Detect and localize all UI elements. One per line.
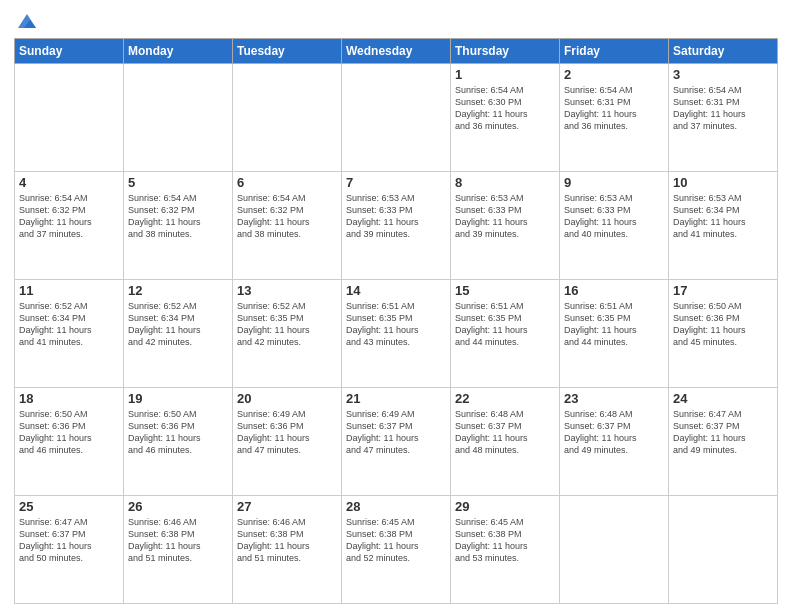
day-info: Sunrise: 6:49 AM Sunset: 6:36 PM Dayligh… — [237, 408, 337, 457]
day-number: 16 — [564, 283, 664, 298]
day-info: Sunrise: 6:51 AM Sunset: 6:35 PM Dayligh… — [346, 300, 446, 349]
calendar-cell: 12Sunrise: 6:52 AM Sunset: 6:34 PM Dayli… — [124, 280, 233, 388]
calendar-cell: 17Sunrise: 6:50 AM Sunset: 6:36 PM Dayli… — [669, 280, 778, 388]
day-header-saturday: Saturday — [669, 39, 778, 64]
day-info: Sunrise: 6:54 AM Sunset: 6:32 PM Dayligh… — [237, 192, 337, 241]
day-info: Sunrise: 6:46 AM Sunset: 6:38 PM Dayligh… — [237, 516, 337, 565]
calendar-cell: 21Sunrise: 6:49 AM Sunset: 6:37 PM Dayli… — [342, 388, 451, 496]
day-number: 17 — [673, 283, 773, 298]
header-row — [14, 10, 778, 32]
day-number: 4 — [19, 175, 119, 190]
day-info: Sunrise: 6:48 AM Sunset: 6:37 PM Dayligh… — [455, 408, 555, 457]
calendar-cell: 19Sunrise: 6:50 AM Sunset: 6:36 PM Dayli… — [124, 388, 233, 496]
day-info: Sunrise: 6:51 AM Sunset: 6:35 PM Dayligh… — [455, 300, 555, 349]
calendar-cell: 3Sunrise: 6:54 AM Sunset: 6:31 PM Daylig… — [669, 64, 778, 172]
days-header-row: SundayMondayTuesdayWednesdayThursdayFrid… — [15, 39, 778, 64]
day-header-monday: Monday — [124, 39, 233, 64]
calendar-cell — [124, 64, 233, 172]
day-number: 21 — [346, 391, 446, 406]
day-info: Sunrise: 6:53 AM Sunset: 6:33 PM Dayligh… — [346, 192, 446, 241]
day-info: Sunrise: 6:54 AM Sunset: 6:32 PM Dayligh… — [19, 192, 119, 241]
day-number: 8 — [455, 175, 555, 190]
calendar-cell: 4Sunrise: 6:54 AM Sunset: 6:32 PM Daylig… — [15, 172, 124, 280]
calendar-cell: 6Sunrise: 6:54 AM Sunset: 6:32 PM Daylig… — [233, 172, 342, 280]
day-number: 6 — [237, 175, 337, 190]
day-number: 24 — [673, 391, 773, 406]
day-info: Sunrise: 6:52 AM Sunset: 6:34 PM Dayligh… — [128, 300, 228, 349]
calendar-cell — [560, 496, 669, 604]
calendar-cell: 18Sunrise: 6:50 AM Sunset: 6:36 PM Dayli… — [15, 388, 124, 496]
day-number: 28 — [346, 499, 446, 514]
calendar-cell: 29Sunrise: 6:45 AM Sunset: 6:38 PM Dayli… — [451, 496, 560, 604]
day-number: 13 — [237, 283, 337, 298]
calendar-cell — [233, 64, 342, 172]
day-number: 2 — [564, 67, 664, 82]
calendar-cell: 2Sunrise: 6:54 AM Sunset: 6:31 PM Daylig… — [560, 64, 669, 172]
day-info: Sunrise: 6:49 AM Sunset: 6:37 PM Dayligh… — [346, 408, 446, 457]
day-number: 9 — [564, 175, 664, 190]
calendar-cell — [342, 64, 451, 172]
day-info: Sunrise: 6:51 AM Sunset: 6:35 PM Dayligh… — [564, 300, 664, 349]
calendar-body: 1Sunrise: 6:54 AM Sunset: 6:30 PM Daylig… — [15, 64, 778, 604]
logo-icon — [16, 10, 38, 32]
day-number: 7 — [346, 175, 446, 190]
day-header-friday: Friday — [560, 39, 669, 64]
calendar-cell: 13Sunrise: 6:52 AM Sunset: 6:35 PM Dayli… — [233, 280, 342, 388]
day-number: 11 — [19, 283, 119, 298]
day-header-tuesday: Tuesday — [233, 39, 342, 64]
calendar-cell: 10Sunrise: 6:53 AM Sunset: 6:34 PM Dayli… — [669, 172, 778, 280]
calendar-cell: 20Sunrise: 6:49 AM Sunset: 6:36 PM Dayli… — [233, 388, 342, 496]
week-row-0: 1Sunrise: 6:54 AM Sunset: 6:30 PM Daylig… — [15, 64, 778, 172]
week-row-4: 25Sunrise: 6:47 AM Sunset: 6:37 PM Dayli… — [15, 496, 778, 604]
calendar-cell: 7Sunrise: 6:53 AM Sunset: 6:33 PM Daylig… — [342, 172, 451, 280]
day-info: Sunrise: 6:52 AM Sunset: 6:35 PM Dayligh… — [237, 300, 337, 349]
calendar-cell: 9Sunrise: 6:53 AM Sunset: 6:33 PM Daylig… — [560, 172, 669, 280]
day-number: 19 — [128, 391, 228, 406]
calendar-cell: 26Sunrise: 6:46 AM Sunset: 6:38 PM Dayli… — [124, 496, 233, 604]
day-number: 18 — [19, 391, 119, 406]
page: SundayMondayTuesdayWednesdayThursdayFrid… — [0, 0, 792, 612]
day-number: 25 — [19, 499, 119, 514]
day-info: Sunrise: 6:54 AM Sunset: 6:31 PM Dayligh… — [564, 84, 664, 133]
day-info: Sunrise: 6:50 AM Sunset: 6:36 PM Dayligh… — [19, 408, 119, 457]
day-info: Sunrise: 6:54 AM Sunset: 6:31 PM Dayligh… — [673, 84, 773, 133]
week-row-2: 11Sunrise: 6:52 AM Sunset: 6:34 PM Dayli… — [15, 280, 778, 388]
day-number: 23 — [564, 391, 664, 406]
day-number: 20 — [237, 391, 337, 406]
calendar-cell: 16Sunrise: 6:51 AM Sunset: 6:35 PM Dayli… — [560, 280, 669, 388]
day-number: 22 — [455, 391, 555, 406]
day-info: Sunrise: 6:50 AM Sunset: 6:36 PM Dayligh… — [673, 300, 773, 349]
day-header-wednesday: Wednesday — [342, 39, 451, 64]
day-info: Sunrise: 6:53 AM Sunset: 6:33 PM Dayligh… — [564, 192, 664, 241]
calendar-cell: 14Sunrise: 6:51 AM Sunset: 6:35 PM Dayli… — [342, 280, 451, 388]
calendar-cell: 1Sunrise: 6:54 AM Sunset: 6:30 PM Daylig… — [451, 64, 560, 172]
week-row-1: 4Sunrise: 6:54 AM Sunset: 6:32 PM Daylig… — [15, 172, 778, 280]
logo — [14, 10, 38, 32]
calendar-cell — [15, 64, 124, 172]
day-info: Sunrise: 6:47 AM Sunset: 6:37 PM Dayligh… — [673, 408, 773, 457]
day-info: Sunrise: 6:45 AM Sunset: 6:38 PM Dayligh… — [346, 516, 446, 565]
day-info: Sunrise: 6:52 AM Sunset: 6:34 PM Dayligh… — [19, 300, 119, 349]
day-number: 12 — [128, 283, 228, 298]
day-number: 5 — [128, 175, 228, 190]
calendar-cell: 27Sunrise: 6:46 AM Sunset: 6:38 PM Dayli… — [233, 496, 342, 604]
day-number: 14 — [346, 283, 446, 298]
calendar-cell: 15Sunrise: 6:51 AM Sunset: 6:35 PM Dayli… — [451, 280, 560, 388]
day-number: 1 — [455, 67, 555, 82]
day-info: Sunrise: 6:54 AM Sunset: 6:32 PM Dayligh… — [128, 192, 228, 241]
day-number: 29 — [455, 499, 555, 514]
day-number: 3 — [673, 67, 773, 82]
calendar-cell: 28Sunrise: 6:45 AM Sunset: 6:38 PM Dayli… — [342, 496, 451, 604]
day-number: 27 — [237, 499, 337, 514]
calendar-cell: 5Sunrise: 6:54 AM Sunset: 6:32 PM Daylig… — [124, 172, 233, 280]
day-info: Sunrise: 6:46 AM Sunset: 6:38 PM Dayligh… — [128, 516, 228, 565]
calendar-cell: 23Sunrise: 6:48 AM Sunset: 6:37 PM Dayli… — [560, 388, 669, 496]
day-info: Sunrise: 6:54 AM Sunset: 6:30 PM Dayligh… — [455, 84, 555, 133]
week-row-3: 18Sunrise: 6:50 AM Sunset: 6:36 PM Dayli… — [15, 388, 778, 496]
calendar-cell: 11Sunrise: 6:52 AM Sunset: 6:34 PM Dayli… — [15, 280, 124, 388]
day-info: Sunrise: 6:50 AM Sunset: 6:36 PM Dayligh… — [128, 408, 228, 457]
calendar-cell: 25Sunrise: 6:47 AM Sunset: 6:37 PM Dayli… — [15, 496, 124, 604]
day-header-thursday: Thursday — [451, 39, 560, 64]
day-number: 10 — [673, 175, 773, 190]
day-number: 15 — [455, 283, 555, 298]
